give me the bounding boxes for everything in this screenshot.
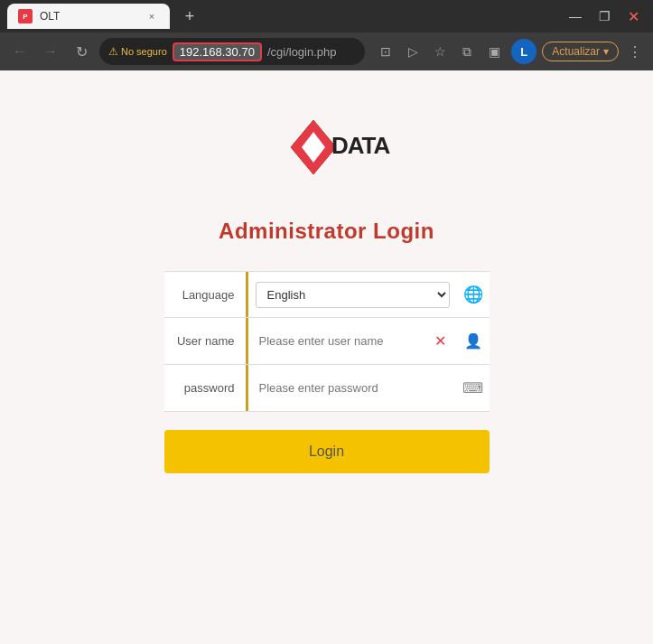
language-globe-icon[interactable]: 🌐 <box>457 278 490 311</box>
language-divider <box>246 272 248 317</box>
tab-favicon: P <box>18 9 33 23</box>
title-bar: P OLT × + — ❐ ✕ <box>0 0 653 33</box>
login-form: Language English Chinese Spanish 🌐 User … <box>164 271 490 473</box>
refresh-button[interactable]: ↻ <box>69 39 94 64</box>
keyboard-icon[interactable]: ⌨ <box>457 372 490 405</box>
close-button[interactable]: ✕ <box>620 4 646 29</box>
address-bar[interactable]: ⚠ No seguro 192.168.30.70 /cgi/login.php <box>99 38 365 65</box>
username-input[interactable] <box>248 327 424 355</box>
extensions-icon[interactable]: ⧉ <box>455 40 479 63</box>
username-label: User name <box>164 327 246 355</box>
password-input[interactable] <box>248 374 457 402</box>
browser-tab[interactable]: P OLT × <box>7 4 170 29</box>
address-ip: 192.168.30.70 <box>180 45 255 59</box>
login-button[interactable]: Login <box>164 430 490 473</box>
window-controls: — ❐ ✕ <box>563 4 646 29</box>
cdata-logo: DATA <box>255 107 399 188</box>
minimize-button[interactable]: — <box>563 4 588 29</box>
translate-icon[interactable]: ⊡ <box>374 40 397 63</box>
address-highlight: 192.168.30.70 <box>173 42 262 61</box>
language-label: Language <box>164 281 246 309</box>
page-content: DATA Administrator Login Language Englis… <box>0 70 653 644</box>
maximize-button[interactable]: ❐ <box>592 4 617 29</box>
forward-button[interactable]: → <box>38 39 63 64</box>
profile-button[interactable]: L <box>511 39 536 64</box>
tab-search-icon[interactable]: ▣ <box>482 40 506 63</box>
language-select[interactable]: English Chinese Spanish <box>256 282 450 308</box>
bookmark-icon[interactable]: ☆ <box>428 40 452 63</box>
warning-icon: ⚠ <box>108 45 118 58</box>
page-title: Administrator Login <box>219 219 434 244</box>
update-label: Actualizar <box>552 45 600 58</box>
update-button[interactable]: Actualizar ▾ <box>542 42 619 61</box>
browser-menu-button[interactable]: ⋮ <box>624 40 646 64</box>
tab-title: OLT <box>40 10 60 23</box>
language-row: Language English Chinese Spanish 🌐 <box>164 271 490 318</box>
svg-text:DATA: DATA <box>331 132 391 159</box>
cast-icon[interactable]: ▷ <box>401 40 424 63</box>
logo-container: DATA <box>255 107 399 191</box>
browser-window: P OLT × + — ❐ ✕ ← → ↻ ⚠ No seguro 192.16… <box>0 0 653 644</box>
user-icon: 👤 <box>457 325 490 358</box>
new-tab-button[interactable]: + <box>177 4 202 29</box>
password-row: password ⌨ <box>164 365 490 412</box>
back-button[interactable]: ← <box>7 39 33 64</box>
navigation-bar: ← → ↻ ⚠ No seguro 192.168.30.70 /cgi/log… <box>0 33 653 70</box>
tab-close-button[interactable]: × <box>145 9 159 23</box>
username-row: User name ✕ 👤 <box>164 318 490 365</box>
security-text: No seguro <box>121 46 167 57</box>
update-chevron-icon: ▾ <box>603 45 609 58</box>
clear-username-icon[interactable]: ✕ <box>424 325 457 358</box>
password-label: password <box>164 374 246 402</box>
nav-icons-group: ⊡ ▷ ☆ ⧉ ▣ <box>374 40 506 63</box>
security-warning: ⚠ No seguro <box>108 45 167 58</box>
address-path: /cgi/login.php <box>267 45 337 59</box>
